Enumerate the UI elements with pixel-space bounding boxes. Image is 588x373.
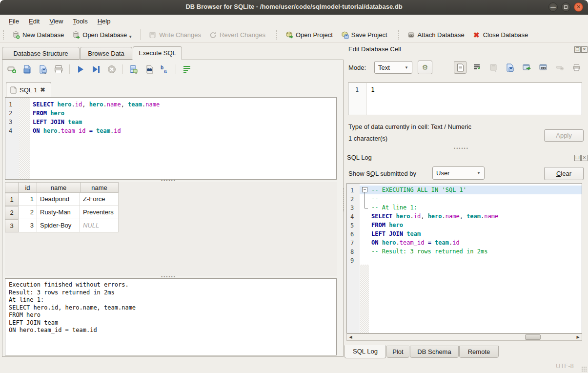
log-code-line: -- Result: 3 rows returned in 2ms xyxy=(371,247,487,256)
save-results-icon[interactable] xyxy=(129,64,139,74)
fold-guide-line xyxy=(365,208,368,208)
maximize-button[interactable] xyxy=(561,2,570,12)
text-document-icon xyxy=(457,63,464,72)
save-sql-file-icon[interactable] xyxy=(38,64,48,74)
results-col-header-name[interactable]: name xyxy=(37,182,81,193)
close-panel-icon[interactable]: ✕ xyxy=(581,46,588,53)
tab-db-schema[interactable]: DB Schema xyxy=(410,346,459,358)
sql-log-editor[interactable]: 1 2 3 4 5 6 7 8 9 − -- EXECUTING ALL IN … xyxy=(346,183,582,333)
float-panel-icon[interactable]: ❐ xyxy=(574,46,581,53)
open-database-icon xyxy=(72,31,80,39)
print-sql-icon[interactable] xyxy=(54,64,63,74)
sql-log-filter-select[interactable]: User▼ xyxy=(432,166,485,180)
scroll-left-icon[interactable]: ◀ xyxy=(347,334,354,340)
mode-select[interactable]: Text▼ xyxy=(374,61,412,74)
menu-edit[interactable]: Edit xyxy=(24,16,44,26)
menu-file[interactable]: File xyxy=(4,16,24,26)
encoding-indicator[interactable]: UTF-8 xyxy=(556,362,574,370)
toolbar-drag-handle[interactable] xyxy=(3,30,5,40)
chevron-down-icon: ▼ xyxy=(477,171,481,175)
attach-database-button[interactable]: Attach Database xyxy=(403,29,468,41)
clear-button[interactable]: Clear xyxy=(544,167,584,180)
execution-message-panel[interactable]: Execution finished without errors. Resul… xyxy=(5,278,337,355)
autocomplete-icon[interactable]: ba xyxy=(160,64,170,74)
pane-splitter-handle[interactable] xyxy=(343,188,345,211)
cell-name[interactable]: Spider-Boy xyxy=(37,219,80,232)
cell-name[interactable]: Rusty-Man xyxy=(37,206,80,219)
row-header[interactable]: 3 xyxy=(5,219,19,232)
tab-remote[interactable]: Remote xyxy=(459,346,499,358)
fold-marker-icon[interactable]: − xyxy=(362,187,367,192)
menubar: File Edit View Tools Help xyxy=(0,15,588,27)
cell-team[interactable]: Preventers xyxy=(80,206,119,219)
copy-link-button[interactable] xyxy=(537,61,549,74)
sql-doc-tab[interactable]: SQL 1 ✖ xyxy=(6,82,51,97)
cell-id[interactable]: 3 xyxy=(19,219,37,232)
tab-browse-data[interactable]: Browse Data xyxy=(80,47,132,60)
apply-mode-button[interactable]: ⚙ xyxy=(418,61,432,74)
open-database-dropdown-icon[interactable]: ▼ xyxy=(128,35,132,39)
editor-fold-margin xyxy=(19,98,30,179)
tab-sql-log[interactable]: SQL Log xyxy=(345,345,386,358)
print-cell-button[interactable] xyxy=(570,61,583,74)
tab-database-structure[interactable]: Database Structure xyxy=(2,47,80,60)
toolbar-drag-handle[interactable] xyxy=(398,30,400,40)
export-text-button[interactable] xyxy=(504,61,516,74)
tab-execute-sql[interactable]: Execute SQL xyxy=(133,46,182,60)
edit-cell-icon-row xyxy=(454,61,583,74)
scroll-right-icon[interactable]: ▶ xyxy=(574,334,582,340)
sql-editor[interactable]: 1 2 3 4 SELECT hero.id, hero.name, team.… xyxy=(5,97,337,180)
cell-id[interactable]: 1 xyxy=(19,193,37,206)
open-project-button[interactable]: Open Project xyxy=(281,29,337,41)
new-database-button[interactable]: New Database xyxy=(8,29,68,41)
results-col-header-id[interactable]: id xyxy=(18,182,37,193)
execute-current-line-icon[interactable] xyxy=(91,64,101,74)
row-header[interactable]: 1 xyxy=(5,193,19,206)
word-wrap-icon[interactable] xyxy=(182,64,192,74)
menu-help[interactable]: Help xyxy=(93,16,116,26)
close-sql-tab-icon[interactable]: ✖ xyxy=(40,86,45,93)
close-panel-icon[interactable]: ✕ xyxy=(581,155,588,161)
open-external-button[interactable] xyxy=(520,61,533,74)
scrollbar-thumb[interactable] xyxy=(525,334,541,340)
svg-text:b: b xyxy=(161,65,163,70)
sql-code-line: LEFT JOIN team xyxy=(33,118,82,126)
close-database-button[interactable]: ✖ Close Database xyxy=(468,29,532,41)
open-sql-file-icon[interactable] xyxy=(22,64,32,74)
sql-log-title: SQL Log xyxy=(347,154,372,161)
titlebar[interactable]: DB Browser for SQLite - /home/user/code/… xyxy=(0,0,588,15)
resize-grip[interactable] xyxy=(581,366,587,372)
cell-editor[interactable]: 1 1 xyxy=(348,83,582,115)
new-database-icon xyxy=(12,31,20,39)
cell-team[interactable]: Z-Force xyxy=(80,193,119,206)
word-wrap-button[interactable] xyxy=(470,61,483,74)
print-icon xyxy=(572,63,581,72)
results-grid[interactable]: id name name 1 1 Deadpond Z-Force 2 2 Ru… xyxy=(5,182,337,276)
find-icon[interactable] xyxy=(144,64,154,74)
toolbar-drag-handle[interactable] xyxy=(276,30,278,40)
sql-log-filter-label: Show SQL submitted by xyxy=(348,170,416,177)
write-changes-button: Write Changes xyxy=(144,29,205,41)
minimize-button[interactable]: — xyxy=(548,2,558,12)
splitter-handle[interactable]: •••••• xyxy=(454,147,469,150)
menu-view[interactable]: View xyxy=(44,16,68,26)
results-col-header-name2[interactable]: name xyxy=(80,182,119,193)
log-code-line: -- EXECUTING ALL IN 'SQL 1' xyxy=(371,186,466,194)
row-header[interactable]: 2 xyxy=(5,206,19,219)
cell-id[interactable]: 2 xyxy=(19,206,37,219)
menu-tools[interactable]: Tools xyxy=(68,16,92,26)
cell-name[interactable]: Deadpond xyxy=(37,193,80,206)
main-toolbar: New Database Open Database ▼ Write Chang… xyxy=(0,27,588,43)
log-horizontal-scrollbar[interactable]: ◀ ▶ xyxy=(346,333,582,341)
cell-line-number: 1 xyxy=(355,85,366,94)
close-button[interactable]: ✕ xyxy=(574,2,583,12)
execute-all-icon[interactable] xyxy=(76,64,85,74)
cell-team-null[interactable]: NULL xyxy=(80,219,119,232)
open-database-button[interactable]: Open Database ▼ xyxy=(68,29,136,41)
tab-plot[interactable]: Plot xyxy=(386,346,409,358)
gear-icon: ⚙ xyxy=(422,63,428,71)
float-panel-icon[interactable]: ❐ xyxy=(574,155,581,161)
save-project-button[interactable]: Save Project xyxy=(337,29,391,41)
open-sql-tab-icon[interactable] xyxy=(7,64,17,74)
text-mode-button[interactable] xyxy=(454,61,466,74)
